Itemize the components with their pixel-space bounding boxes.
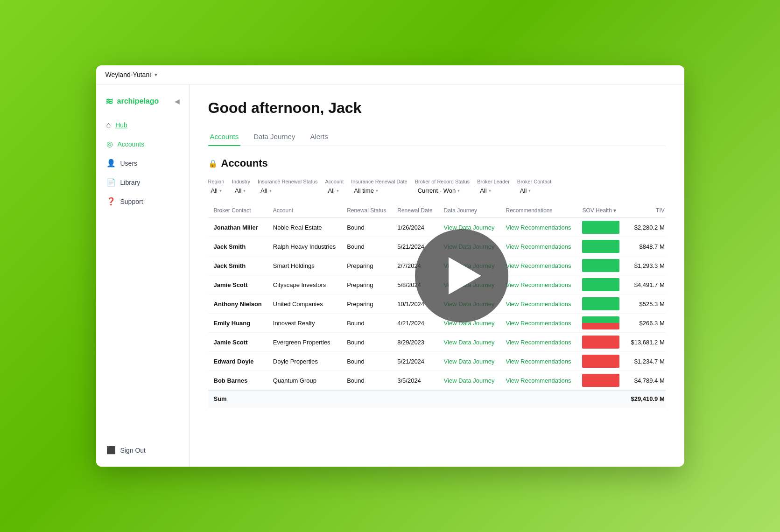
cell-broker-contact: Bob Barnes <box>208 371 267 391</box>
cell-tiv: $525.3 M <box>625 294 665 314</box>
sum-label: Sum <box>208 390 267 407</box>
section-title: Accounts <box>221 157 268 169</box>
logo-text: archipelago <box>117 97 159 105</box>
sidebar-item-support[interactable]: ❓ Support <box>101 192 184 210</box>
filters-bar: Region All ▾ Industry All ▾ Insurance Re… <box>208 179 666 196</box>
filter-broker-leader-value: All <box>480 187 486 194</box>
cell-renewal-date: 3/5/2024 <box>392 371 438 391</box>
cell-sov-health <box>576 256 625 275</box>
col-sov-health[interactable]: SOV Health ▾ <box>576 203 625 218</box>
cell-sov-health <box>576 275 625 294</box>
accounts-icon: ◎ <box>106 140 113 148</box>
filter-broker-record-select[interactable]: Current - Won ▾ <box>415 185 470 196</box>
video-play-overlay[interactable] <box>415 229 508 322</box>
cell-recommendations-link[interactable]: View Recommendations <box>506 339 571 346</box>
filter-broker-leader: Broker Leader All ▾ <box>477 179 510 196</box>
filter-account-select[interactable]: All ▾ <box>325 185 344 196</box>
filter-industry: Industry All ▾ <box>232 179 250 196</box>
cell-broker-contact: Emily Huang <box>208 314 267 333</box>
company-dropdown-chevron[interactable]: ▾ <box>155 71 157 78</box>
cell-recommendations-link[interactable]: View Recommendations <box>506 320 571 327</box>
filter-region-select[interactable]: All ▾ <box>208 185 225 196</box>
filter-broker-record-value: Current - Won <box>418 187 456 194</box>
col-account: Account <box>267 203 341 218</box>
title-bar: Weyland-Yutani ▾ <box>96 65 684 84</box>
col-data-journey: Data Journey <box>438 203 500 218</box>
cell-account: Innovest Realty <box>267 314 341 333</box>
cell-renewal-status: Bound <box>341 352 392 371</box>
cell-data-journey-link[interactable]: View Data Journey <box>444 377 495 384</box>
sidebar-collapse-button[interactable]: ◀ <box>175 98 180 105</box>
filter-industry-select[interactable]: All ▾ <box>232 185 250 196</box>
cell-sov-health <box>576 371 625 391</box>
company-name: Weyland-Yutani <box>105 71 151 78</box>
cell-renewal-status: Bound <box>341 218 392 237</box>
table-row: Jamie Scott Evergreen Properties Bound 8… <box>208 333 666 352</box>
cell-recommendations-link[interactable]: View Recommendations <box>506 224 571 231</box>
sidebar-item-accounts[interactable]: ◎ Accounts <box>101 135 184 153</box>
cell-sov-health <box>576 314 625 333</box>
section-header: 🔒 Accounts <box>208 157 666 169</box>
col-renewal-status: Renewal Status <box>341 203 392 218</box>
filter-renewal-date-select[interactable]: All time ▾ <box>351 185 407 196</box>
filter-broker-leader-select[interactable]: All ▾ <box>477 185 510 196</box>
cell-recommendations-link[interactable]: View Recommendations <box>506 262 571 269</box>
filter-region: Region All ▾ <box>208 179 225 196</box>
filter-broker-contact-chevron: ▾ <box>528 188 531 193</box>
cell-recommendations-link[interactable]: View Recommendations <box>506 377 571 384</box>
sum-tiv: $29,410.9 M <box>625 390 665 407</box>
filter-renewal-status-chevron: ▾ <box>269 188 272 193</box>
sidebar-item-hub[interactable]: ⌂ Hub <box>101 116 184 134</box>
filter-broker-contact-select[interactable]: All ▾ <box>517 185 551 196</box>
filter-broker-record-chevron: ▾ <box>457 188 460 193</box>
lock-icon: 🔒 <box>208 159 218 168</box>
sidebar-library-label: Library <box>120 179 141 186</box>
filter-insurance-renewal-date: Insurance Renewal Date All time ▾ <box>351 179 407 196</box>
cell-recommendations-link[interactable]: View Recommendations <box>506 281 571 288</box>
cell-sov-health <box>576 352 625 371</box>
col-recommendations: Recommendations <box>500 203 576 218</box>
cell-recommendations-link[interactable]: View Recommendations <box>506 243 571 250</box>
sign-out-icon: ⬛ <box>106 446 116 455</box>
cell-renewal-date: 4/21/2024 <box>392 314 438 333</box>
cell-sov-health <box>576 237 625 256</box>
filter-account-chevron: ▾ <box>337 188 339 193</box>
sidebar-item-library[interactable]: 📄 Library <box>101 173 184 191</box>
filter-renewal-date-value: All time <box>354 187 374 194</box>
tab-accounts[interactable]: Accounts <box>208 128 241 146</box>
tab-data-journey[interactable]: Data Journey <box>252 128 297 146</box>
cell-broker-contact: Jamie Scott <box>208 333 267 352</box>
play-icon <box>449 257 481 294</box>
filter-broker-contact-value: All <box>520 187 527 194</box>
page-title: Good afternoon, Jack <box>208 99 666 117</box>
sidebar-nav: ⌂ Hub ◎ Accounts 👤 Users 📄 Library ❓ <box>96 116 189 436</box>
sidebar-item-users[interactable]: 👤 Users <box>101 154 184 172</box>
cell-sov-health <box>576 218 625 237</box>
cell-tiv: $4,491.7 M <box>625 275 665 294</box>
filter-broker-leader-label: Broker Leader <box>477 179 510 184</box>
table-sum-row: Sum $29,410.9 M <box>208 390 666 407</box>
filter-broker-contact: Broker Contact All ▾ <box>517 179 551 196</box>
cell-broker-contact: Anthony Nielson <box>208 294 267 314</box>
cell-account: United Companies <box>267 294 341 314</box>
main-content: Good afternoon, Jack Accounts Data Journ… <box>190 84 684 467</box>
filter-industry-label: Industry <box>232 179 250 184</box>
cell-recommendations-link[interactable]: View Recommendations <box>506 301 571 308</box>
sidebar-bottom: ⬛ Sign Out <box>96 436 189 459</box>
support-icon: ❓ <box>106 197 116 206</box>
cell-data-journey-link[interactable]: View Data Journey <box>444 339 495 346</box>
filter-renewal-status-select[interactable]: All ▾ <box>258 185 317 196</box>
cell-account: Evergreen Properties <box>267 333 341 352</box>
tab-alerts[interactable]: Alerts <box>308 128 330 146</box>
cell-tiv: $13,681.2 M <box>625 333 665 352</box>
cell-broker-contact: Edward Doyle <box>208 352 267 371</box>
cell-recommendations-link[interactable]: View Recommendations <box>506 358 571 365</box>
table-row: Emily Huang Innovest Realty Bound 4/21/2… <box>208 314 666 333</box>
filter-region-chevron: ▾ <box>219 188 222 193</box>
cell-renewal-status: Bound <box>341 371 392 391</box>
cell-broker-contact: Jonathan Miller <box>208 218 267 237</box>
sign-out-button[interactable]: ⬛ Sign Out <box>101 441 184 459</box>
sign-out-label: Sign Out <box>120 447 146 454</box>
cell-data-journey-link[interactable]: View Data Journey <box>444 358 495 365</box>
table-row: Edward Doyle Doyle Properties Bound 5/21… <box>208 352 666 371</box>
